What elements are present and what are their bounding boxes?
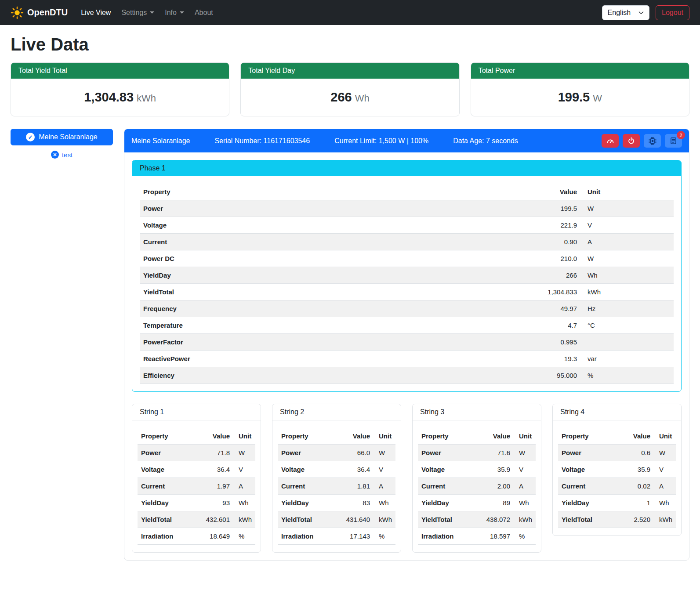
inverter-card: Meine Solaranlage Serial Number: 1161716… bbox=[124, 129, 689, 561]
unit-cell: % bbox=[233, 528, 255, 545]
property-cell: Voltage bbox=[278, 461, 342, 478]
property-cell: YieldTotal bbox=[558, 511, 622, 528]
inverter-header-buttons: 2 bbox=[602, 134, 682, 148]
event-count-badge: 2 bbox=[677, 131, 685, 139]
value-cell: 1,304.833 bbox=[403, 284, 580, 300]
property-cell: Irradiation bbox=[418, 528, 482, 545]
property-cell: Voltage bbox=[558, 461, 622, 478]
table-row: Temperature4.7°C bbox=[140, 317, 674, 334]
unit-cell: % bbox=[374, 528, 395, 545]
nav-item-live-view[interactable]: Live View bbox=[76, 5, 116, 20]
property-cell: ReactivePower bbox=[140, 351, 403, 367]
value-cell: 71.6 bbox=[482, 445, 514, 461]
value-cell: 1.97 bbox=[202, 478, 233, 495]
unit-cell: V bbox=[580, 217, 674, 234]
logout-button[interactable]: Logout bbox=[656, 5, 689, 20]
string-card-body: Property Value Unit Power71.8WVoltage36.… bbox=[132, 420, 261, 552]
string-table: Property Value Unit Power71.8WVoltage36.… bbox=[138, 428, 255, 545]
property-cell: PowerFactor bbox=[140, 334, 403, 351]
unit-header: Unit bbox=[654, 428, 676, 445]
property-cell: Power bbox=[278, 445, 342, 461]
strings-row: String 1 Property Value Unit bbox=[132, 404, 682, 553]
value-cell: 2.520 bbox=[622, 511, 654, 528]
table-row: Current1.81A bbox=[278, 478, 395, 495]
table-row: Power71.8W bbox=[138, 445, 255, 461]
value-cell: 1.81 bbox=[342, 478, 374, 495]
unit-header: Unit bbox=[580, 184, 674, 200]
value-cell: 4.7 bbox=[403, 317, 580, 334]
value-cell: 199.5 bbox=[403, 200, 580, 217]
value-cell: 266 bbox=[403, 267, 580, 284]
nav-item-info[interactable]: Info bbox=[160, 5, 189, 20]
value-cell: 19.3 bbox=[403, 351, 580, 367]
string-card-title: String 1 bbox=[132, 404, 261, 420]
unit-cell: kWh bbox=[514, 511, 536, 528]
nav-item-settings[interactable]: Settings bbox=[116, 5, 160, 20]
table-row: Voltage36.4V bbox=[278, 461, 395, 478]
phase-card-title: Phase 1 bbox=[132, 160, 681, 176]
navbar: OpenDTU Live View Settings Info About En… bbox=[0, 0, 700, 25]
unit-cell: % bbox=[580, 367, 674, 384]
value-cell: 71.8 bbox=[202, 445, 233, 461]
phase-card: Phase 1 Property Value Unit Power199.5WV… bbox=[132, 160, 682, 392]
summary-row: Total Yield Total 1,304.83kWh Total Yiel… bbox=[11, 62, 689, 116]
summary-unit: kWh bbox=[137, 93, 156, 104]
table-row: Voltage35.9V bbox=[418, 461, 536, 478]
string-card-1: String 1 Property Value Unit bbox=[132, 404, 261, 553]
property-cell: YieldDay bbox=[278, 495, 342, 511]
table-header-row: Property Value Unit bbox=[140, 184, 674, 200]
unit-cell: A bbox=[580, 234, 674, 250]
inverter-item-test[interactable]: ✕ test bbox=[51, 151, 73, 159]
phase-card-body: Property Value Unit Power199.5WVoltage22… bbox=[132, 176, 681, 391]
nav-item-about[interactable]: About bbox=[189, 5, 218, 20]
value-cell: 0.02 bbox=[622, 478, 654, 495]
string-card-title: String 3 bbox=[413, 404, 541, 420]
summary-card-title: Total Yield Day bbox=[241, 63, 459, 79]
page-container: Live Data Total Yield Total 1,304.83kWh … bbox=[0, 25, 700, 571]
property-cell: YieldTotal bbox=[138, 511, 202, 528]
property-cell: Voltage bbox=[138, 461, 202, 478]
value-cell: 66.0 bbox=[342, 445, 374, 461]
nav-links: Live View Settings Info About bbox=[76, 5, 218, 20]
property-cell: Current bbox=[140, 234, 403, 250]
property-cell: Irradiation bbox=[138, 528, 202, 545]
event-log-button[interactable]: 2 bbox=[665, 134, 682, 148]
unit-cell: Wh bbox=[654, 495, 676, 511]
table-row: Irradiation18.649% bbox=[138, 528, 255, 545]
summary-unit: W bbox=[593, 93, 602, 104]
brand[interactable]: OpenDTU bbox=[11, 6, 68, 19]
table-header-row: Property Value Unit bbox=[418, 428, 536, 445]
table-row: YieldTotal2.520kWh bbox=[558, 511, 676, 528]
nav-item-label: Live View bbox=[81, 9, 111, 17]
string-card-2: String 2 Property Value Unit bbox=[272, 404, 401, 553]
value-cell: 35.9 bbox=[482, 461, 514, 478]
table-row: YieldDay93Wh bbox=[138, 495, 255, 511]
string-table: Property Value Unit Power66.0WVoltage36.… bbox=[278, 428, 395, 545]
inverter-data-age: Data Age: 7 seconds bbox=[453, 137, 518, 145]
table-row: Power71.6W bbox=[418, 445, 536, 461]
power-button[interactable] bbox=[623, 134, 640, 148]
table-row: YieldDay266Wh bbox=[140, 267, 674, 284]
string-card-title: String 2 bbox=[272, 404, 401, 420]
property-header: Property bbox=[140, 184, 403, 200]
property-cell: YieldTotal bbox=[278, 511, 342, 528]
property-cell: Frequency bbox=[140, 300, 403, 317]
property-cell: Temperature bbox=[140, 317, 403, 334]
unit-cell: var bbox=[580, 351, 674, 367]
string-card-4: String 4 Property Value Unit bbox=[552, 404, 682, 536]
unit-cell: kWh bbox=[233, 511, 255, 528]
device-info-button[interactable] bbox=[644, 134, 661, 148]
x-circle-icon: ✕ bbox=[51, 151, 59, 159]
string-card-body: Property Value Unit Power0.6WVoltage35.9… bbox=[553, 420, 681, 535]
phase-table: Property Value Unit Power199.5WVoltage22… bbox=[140, 184, 674, 384]
language-select[interactable]: English bbox=[602, 5, 649, 20]
unit-cell: Wh bbox=[374, 495, 395, 511]
inverter-select-button[interactable]: ✓ Meine Solaranlage bbox=[11, 129, 113, 145]
limit-settings-button[interactable] bbox=[602, 134, 619, 148]
table-row: Current2.00A bbox=[418, 478, 536, 495]
unit-cell: W bbox=[374, 445, 395, 461]
page-title: Live Data bbox=[11, 35, 689, 54]
chevron-down-icon bbox=[638, 10, 644, 15]
value-header: Value bbox=[342, 428, 374, 445]
value-cell: 210.0 bbox=[403, 250, 580, 267]
